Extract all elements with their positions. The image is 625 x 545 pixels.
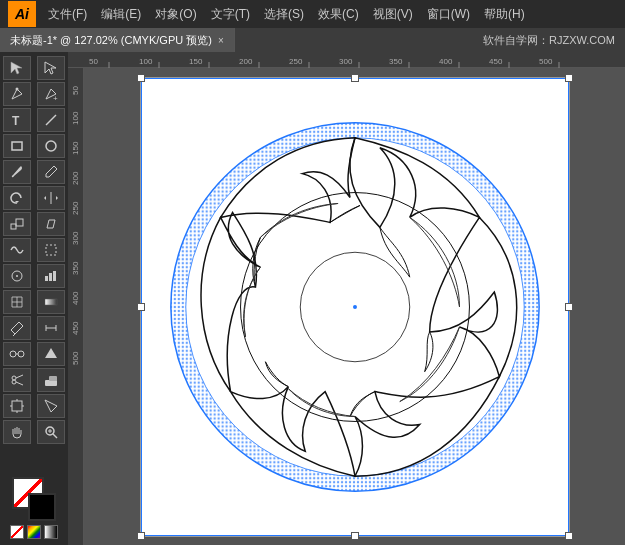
graph-tool[interactable] <box>37 264 65 288</box>
color-section <box>10 477 58 539</box>
fill-stroke-area[interactable] <box>12 477 56 521</box>
reflect-tool[interactable] <box>37 186 65 210</box>
svg-marker-11 <box>56 196 58 200</box>
color-icon[interactable] <box>27 525 41 539</box>
mesh-tool[interactable] <box>3 290 31 314</box>
tool-row-10 <box>3 290 65 314</box>
ruler-vertical: 50 100 150 200 250 300 350 400 450 500 <box>68 68 84 545</box>
tool-row-5 <box>3 160 65 184</box>
tool-row-15 <box>3 420 65 444</box>
svg-marker-0 <box>11 62 22 74</box>
gradient-icon[interactable] <box>44 525 58 539</box>
svg-text:450: 450 <box>489 57 503 66</box>
main-layout: + T <box>0 52 625 545</box>
select-tool[interactable] <box>3 56 31 80</box>
tool-row-9 <box>3 264 65 288</box>
menu-object[interactable]: 对象(O) <box>149 4 202 25</box>
tool-row-12 <box>3 342 65 366</box>
svg-point-26 <box>18 351 24 357</box>
menu-select[interactable]: 选择(S) <box>258 4 310 25</box>
canvas-area[interactable]: 50 100 150 200 250 300 350 400 450 500 5… <box>68 52 625 545</box>
tabbar: 未标题-1* @ 127.02% (CMYK/GPU 预览) × 软件自学网：R… <box>0 28 625 52</box>
titlebar: Ai 文件(F) 编辑(E) 对象(O) 文字(T) 选择(S) 效果(C) 视… <box>0 0 625 28</box>
free-transform-tool[interactable] <box>37 238 65 262</box>
svg-text:100: 100 <box>139 57 153 66</box>
menu-file[interactable]: 文件(F) <box>42 4 93 25</box>
pencil-tool[interactable] <box>37 160 65 184</box>
svg-text:250: 250 <box>289 57 303 66</box>
svg-point-16 <box>16 275 18 277</box>
color-icons-row <box>10 525 58 539</box>
svg-rect-33 <box>49 376 57 381</box>
scissors-tool[interactable] <box>3 368 31 392</box>
stroke-box[interactable] <box>28 493 56 521</box>
svg-text:350: 350 <box>389 57 403 66</box>
svg-text:300: 300 <box>339 57 353 66</box>
artboard-container <box>84 68 625 545</box>
svg-line-40 <box>53 434 57 438</box>
slice-tool[interactable] <box>37 394 65 418</box>
tab-active[interactable]: 未标题-1* @ 127.02% (CMYK/GPU 预览) × <box>0 28 235 52</box>
warp-tool[interactable] <box>3 238 31 262</box>
svg-point-7 <box>46 141 56 151</box>
svg-rect-6 <box>12 142 22 150</box>
zoom-tool[interactable] <box>37 420 65 444</box>
svg-text:50: 50 <box>89 57 98 66</box>
blend-tool[interactable] <box>3 342 31 366</box>
drawing-svg <box>141 78 569 536</box>
toolbar: + T <box>0 52 68 545</box>
svg-text:450: 450 <box>71 321 80 335</box>
svg-text:150: 150 <box>71 141 80 155</box>
svg-text:500: 500 <box>539 57 553 66</box>
tool-row-1 <box>3 56 65 80</box>
svg-text:200: 200 <box>71 171 80 185</box>
svg-rect-14 <box>46 245 56 255</box>
svg-line-31 <box>16 382 23 385</box>
live-paint-tool[interactable] <box>37 342 65 366</box>
line-tool[interactable] <box>37 108 65 132</box>
tool-row-7 <box>3 212 65 236</box>
scale-tool[interactable] <box>3 212 31 236</box>
hand-tool[interactable] <box>3 420 31 444</box>
pen-tool[interactable] <box>3 82 31 106</box>
svg-marker-1 <box>45 62 56 74</box>
svg-rect-34 <box>12 401 22 411</box>
tab-right-label: 软件自学网：RJZXW.COM <box>483 33 625 48</box>
rotate-tool[interactable] <box>3 186 31 210</box>
tab-label: 未标题-1* @ 127.02% (CMYK/GPU 预览) <box>10 33 212 48</box>
svg-point-28 <box>12 376 16 380</box>
symbol-spray-tool[interactable] <box>3 264 31 288</box>
menu-help[interactable]: 帮助(H) <box>478 4 531 25</box>
menu-text[interactable]: 文字(T) <box>205 4 256 25</box>
menu-window[interactable]: 窗口(W) <box>421 4 476 25</box>
menu-effect[interactable]: 效果(C) <box>312 4 365 25</box>
shear-tool[interactable] <box>37 212 65 236</box>
tab-close-button[interactable]: × <box>218 35 224 46</box>
eraser-tool[interactable] <box>37 368 65 392</box>
svg-rect-17 <box>45 276 48 281</box>
direct-select-tool[interactable] <box>37 56 65 80</box>
tool-row-8 <box>3 238 65 262</box>
tool-row-6 <box>3 186 65 210</box>
type-tool[interactable]: T <box>3 108 31 132</box>
none-icon[interactable] <box>10 525 24 539</box>
svg-text:300: 300 <box>71 231 80 245</box>
eyedropper-tool[interactable] <box>3 316 31 340</box>
menu-bar[interactable]: 文件(F) 编辑(E) 对象(O) 文字(T) 选择(S) 效果(C) 视图(V… <box>42 4 531 25</box>
gradient-tool[interactable] <box>37 290 65 314</box>
ellipse-tool[interactable] <box>37 134 65 158</box>
add-anchor-tool[interactable]: + <box>37 82 65 106</box>
menu-view[interactable]: 视图(V) <box>367 4 419 25</box>
svg-text:250: 250 <box>71 201 80 215</box>
svg-rect-12 <box>11 224 16 229</box>
measure-tool[interactable] <box>37 316 65 340</box>
svg-rect-13 <box>16 219 23 226</box>
menu-edit[interactable]: 编辑(E) <box>95 4 147 25</box>
svg-text:150: 150 <box>189 57 203 66</box>
rect-tool[interactable] <box>3 134 31 158</box>
tool-row-4 <box>3 134 65 158</box>
artboard-tool[interactable] <box>3 394 31 418</box>
paintbrush-tool[interactable] <box>3 160 31 184</box>
svg-rect-20 <box>45 299 57 305</box>
svg-text:T: T <box>12 114 20 128</box>
